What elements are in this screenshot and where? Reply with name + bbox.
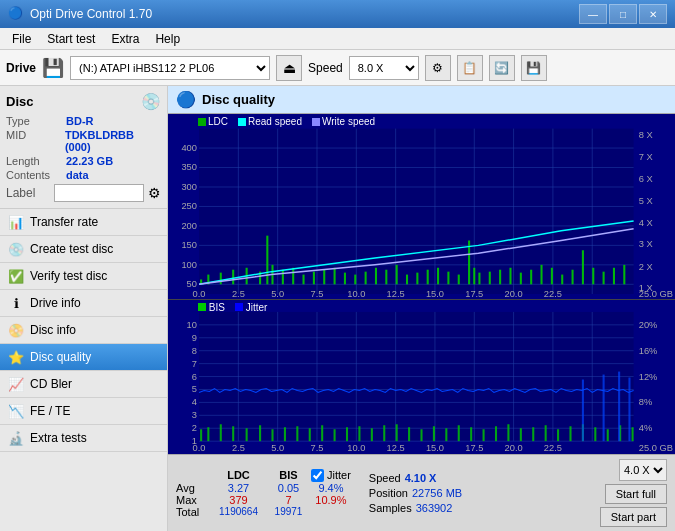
stats-speed-select[interactable]: 4.0 X xyxy=(619,459,667,481)
svg-rect-174 xyxy=(618,371,620,441)
drive-select[interactable]: (N:) ATAPI iHBS112 2 PL06 xyxy=(70,56,270,80)
svg-rect-162 xyxy=(520,428,522,441)
svg-text:0.0: 0.0 xyxy=(193,289,206,299)
speed-label: Speed xyxy=(308,61,343,75)
menu-help[interactable]: Help xyxy=(147,28,188,49)
svg-rect-147 xyxy=(334,429,336,441)
sidebar-item-transfer-rate[interactable]: 📊 Transfer rate xyxy=(0,209,167,236)
start-part-button[interactable]: Start part xyxy=(600,507,667,527)
maximize-button[interactable]: □ xyxy=(609,4,637,24)
start-full-button[interactable]: Start full xyxy=(605,484,667,504)
total-ldc: 1190664 xyxy=(211,506,266,518)
sidebar-item-extra-tests-label: Extra tests xyxy=(30,431,87,445)
svg-text:150: 150 xyxy=(181,241,197,251)
svg-rect-140 xyxy=(246,428,248,441)
sidebar: Disc 💿 Type BD-R MID TDKBLDRBB (000) Len… xyxy=(0,86,168,531)
total-bis: 19971 xyxy=(266,506,311,518)
svg-rect-74 xyxy=(478,273,480,285)
svg-rect-145 xyxy=(309,428,311,441)
svg-rect-62 xyxy=(365,272,367,285)
svg-rect-52 xyxy=(266,236,268,285)
svg-rect-157 xyxy=(458,425,460,441)
svg-rect-141 xyxy=(259,425,261,441)
svg-rect-146 xyxy=(321,425,323,441)
sidebar-item-drive-info[interactable]: ℹ Drive info xyxy=(0,290,167,317)
drive-bar: Drive 💾 (N:) ATAPI iHBS112 2 PL06 ⏏ Spee… xyxy=(0,50,675,86)
chart-container: LDC Read speed Write speed xyxy=(168,114,675,454)
svg-rect-66 xyxy=(406,275,408,285)
svg-rect-166 xyxy=(569,426,571,441)
disc-eject-icon[interactable]: 💿 xyxy=(141,92,161,111)
length-label: Length xyxy=(6,155,66,167)
svg-text:350: 350 xyxy=(181,163,197,173)
max-ldc: 379 xyxy=(211,494,266,506)
avg-row: Avg 3.27 0.05 9.4% xyxy=(176,482,351,494)
svg-rect-137 xyxy=(207,427,209,441)
menu-file[interactable]: File xyxy=(4,28,39,49)
svg-text:17.5: 17.5 xyxy=(465,443,483,453)
drive-label: Drive xyxy=(6,61,36,75)
svg-rect-86 xyxy=(603,272,605,285)
sidebar-item-disc-info[interactable]: 📀 Disc info xyxy=(0,317,167,344)
svg-rect-68 xyxy=(427,270,429,285)
svg-text:2: 2 xyxy=(192,423,197,433)
svg-rect-65 xyxy=(396,265,398,284)
svg-text:8 X: 8 X xyxy=(639,131,653,141)
svg-rect-138 xyxy=(220,424,222,441)
stats-bar: LDC BIS Jitter Avg 3.27 0.05 9.4% xyxy=(168,454,675,531)
svg-rect-148 xyxy=(346,427,348,441)
menu-extra[interactable]: Extra xyxy=(103,28,147,49)
sidebar-item-verify-test-disc[interactable]: ✅ Verify test disc xyxy=(0,263,167,290)
jitter-header: Jitter xyxy=(327,469,351,481)
sidebar-item-cd-bler[interactable]: 📈 CD Bler xyxy=(0,371,167,398)
lower-jitter-legend: Jitter xyxy=(235,302,267,313)
speed-position-section: Speed 4.10 X Position 22756 MB Samples 3… xyxy=(369,472,462,514)
svg-rect-73 xyxy=(473,268,475,285)
lower-chart-svg: 10 9 8 7 6 5 4 3 2 1 20% 16% 12% 8% 4% xyxy=(168,300,675,454)
speed-row: Speed 4.10 X xyxy=(369,472,462,484)
sidebar-item-extra-tests[interactable]: 🔬 Extra tests xyxy=(0,425,167,452)
total-jitter xyxy=(311,506,351,518)
close-button[interactable]: ✕ xyxy=(639,4,667,24)
svg-rect-64 xyxy=(385,270,387,285)
verify-test-disc-icon: ✅ xyxy=(8,268,24,284)
samples-row: Samples 363902 xyxy=(369,502,462,514)
sidebar-item-fe-te[interactable]: 📉 FE / TE xyxy=(0,398,167,425)
sidebar-item-disc-quality-label: Disc quality xyxy=(30,350,91,364)
svg-text:3 X: 3 X xyxy=(639,240,653,250)
svg-text:22.5: 22.5 xyxy=(544,289,562,299)
svg-text:250: 250 xyxy=(181,202,197,212)
svg-text:20.0: 20.0 xyxy=(505,289,523,299)
label-edit-icon[interactable]: ⚙ xyxy=(148,185,161,201)
speed-select[interactable]: 8.0 X xyxy=(349,56,419,80)
sidebar-item-create-test-disc[interactable]: 💿 Create test disc xyxy=(0,236,167,263)
label-input[interactable] xyxy=(54,184,144,202)
svg-text:12.5: 12.5 xyxy=(387,289,405,299)
svg-text:25.0 GB: 25.0 GB xyxy=(639,443,673,453)
ldc-color-dot xyxy=(198,118,206,126)
menu-start-test[interactable]: Start test xyxy=(39,28,103,49)
info-button[interactable]: 📋 xyxy=(457,55,483,81)
samples-stat-value: 363902 xyxy=(416,502,453,514)
max-bis: 7 xyxy=(266,494,311,506)
svg-rect-71 xyxy=(458,275,460,285)
avg-bis: 0.05 xyxy=(266,482,311,494)
svg-text:5 X: 5 X xyxy=(639,196,653,206)
eject-button[interactable]: ⏏ xyxy=(276,55,302,81)
svg-rect-150 xyxy=(371,428,373,441)
svg-rect-172 xyxy=(582,379,584,441)
avg-label: Avg xyxy=(176,482,211,494)
mid-label: MID xyxy=(6,129,65,153)
jitter-checkbox[interactable] xyxy=(311,469,324,482)
refresh-button[interactable]: 🔄 xyxy=(489,55,515,81)
disc-panel-title: Disc xyxy=(6,94,33,109)
svg-text:200: 200 xyxy=(181,221,197,231)
ldc-header: LDC xyxy=(211,469,266,482)
drive-icon: 💾 xyxy=(42,57,64,79)
sidebar-item-disc-quality[interactable]: ⭐ Disc quality xyxy=(0,344,167,371)
svg-rect-69 xyxy=(437,268,439,285)
options-button[interactable]: ⚙ xyxy=(425,55,451,81)
svg-rect-54 xyxy=(282,270,284,285)
minimize-button[interactable]: — xyxy=(579,4,607,24)
save-button[interactable]: 💾 xyxy=(521,55,547,81)
